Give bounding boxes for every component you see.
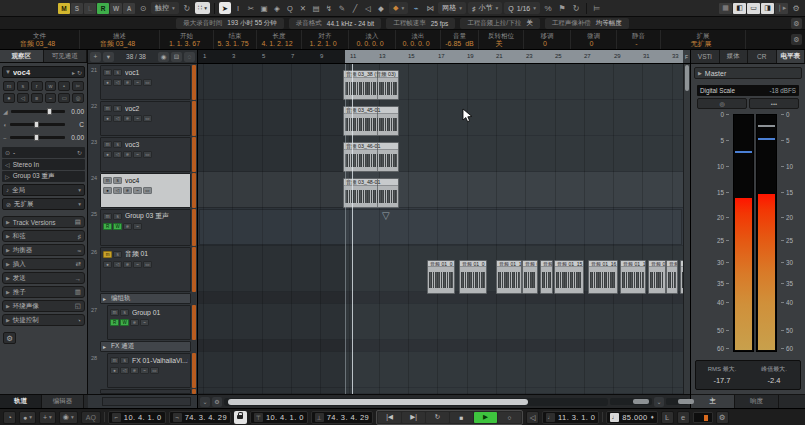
inserts-bypass-button[interactable]: ~ [133,261,142,268]
edit-channel-button[interactable]: e [130,319,139,326]
edit-channel-icon[interactable]: ↻ [77,69,82,76]
output-routing-select[interactable]: ▷ Group 03 重声 [2,171,85,182]
delay-slider[interactable] [10,136,65,139]
ruler-options-button[interactable]: F [683,50,690,63]
right-locator-field[interactable]: ¬ 74. 3. 4. 29 [169,411,231,424]
extension-dropdown[interactable]: ⊘ 无扩展 ▾ [2,198,85,210]
info-line-field[interactable]: 音量 -6.85dB [441,30,479,49]
freeze-button[interactable]: ▭ [143,187,152,194]
punch-mode-dropdown[interactable]: +▾ [39,411,56,424]
mute-button[interactable]: m [103,251,112,258]
section-quick-controls[interactable]: ▶ 快捷控制 ◔ [2,314,85,326]
solo-button[interactable]: s [113,251,122,258]
cycle-button[interactable]: ↻ [426,412,449,423]
track-versions-domain-dropdown[interactable]: ♪ 全局 ▾ [2,184,85,196]
audio-event[interactable]: 音频 01_15 [554,260,584,294]
edit-channel-button[interactable]: e [123,151,132,158]
transport-gear-icon[interactable]: ⚙ [716,411,729,424]
track-scale-gear-icon[interactable]: ⚙ [212,397,222,407]
folder-icon[interactable]: ▸ [103,295,106,302]
automation-mode-dropdown[interactable]: 触控▾ [151,2,179,14]
right-zone-toggle[interactable]: ◨ [761,3,774,14]
record-arm-button[interactable]: ● [103,115,112,122]
divide-track-list-icon[interactable]: ⊟ [171,52,182,62]
record-arm-button[interactable]: ● [103,151,112,158]
tab-loudness[interactable]: 响度 [735,395,779,408]
solo-all-button[interactable]: S [71,3,83,14]
mute-button[interactable]: m [110,309,119,316]
vertical-zoom-slider[interactable] [666,398,688,405]
auto-scroll-button[interactable]: ∷▾ [195,2,210,14]
mute-button[interactable]: m [103,69,112,76]
inspector-read-button[interactable]: r [31,81,43,91]
audio-event[interactable]: 音频 01 [648,260,666,294]
zoom-tool[interactable]: Q [284,2,296,14]
find-track-icon[interactable]: ◌ [184,52,195,62]
track-picture-icon[interactable]: ◉ [158,52,169,62]
record-button[interactable]: ○ [498,412,521,423]
编组轨[interactable]: ▸ m s 编组轨 ● ◁ e ~ ▭ R [88,292,197,304]
Group 01[interactable]: 27 ▸ m s Group 01 ● ◁ e ~ [88,304,197,340]
input-routing-select[interactable]: ◁ Stereo In [2,159,85,170]
freeze-button[interactable]: ▭ [150,367,159,374]
tab-meter[interactable]: 电平表 [777,50,805,63]
tab-tracks[interactable]: 轨道 [0,395,42,408]
edit-channel-button[interactable]: e [123,261,132,268]
info-line-field[interactable]: 淡入 0. 0. 0. 0 [349,30,396,49]
lock-button[interactable]: ▭ [58,93,70,103]
go-to-previous-marker-button[interactable]: |◀ [378,412,401,423]
project-cursor[interactable] [352,64,353,394]
monitor-button[interactable]: ◁ [120,367,129,374]
suspend-automation-button[interactable]: A [123,3,135,14]
inserts-bypass-button[interactable]: ~ [133,223,142,230]
object-select-tool[interactable]: ➤ [219,2,231,14]
meter-more-options-button[interactable]: ••• [749,98,799,109]
inspector-mute-button[interactable]: m [3,81,15,91]
click-button[interactable]: e [677,411,690,424]
record-arm-button[interactable]: ● [103,261,112,268]
snap-type-dropdown[interactable]: 网格▾ [438,2,466,14]
audio-quantize-button[interactable]: AQ [81,411,101,424]
freeze-button[interactable]: ~ [45,93,57,103]
info-line-field[interactable]: 描述 音频 03_48 [80,30,160,49]
midi-input-icon[interactable]: ⊨ [591,2,603,14]
status-bar-gear-icon[interactable]: ⚙ [791,18,802,29]
scrollbar-thumb[interactable] [685,65,689,91]
audio-event[interactable]: 音频 01_16 [588,260,618,294]
record-mode-dropdown[interactable]: ●▾ [19,411,36,424]
tempo-field[interactable]: ♩ 85.000 ♦ [606,411,657,424]
info-line-field[interactable]: 结束 5. 3. 1. 75 [214,30,257,49]
mute-button[interactable]: m [103,213,112,220]
color-tool[interactable]: ◆ [375,2,387,14]
draw-tool[interactable]: ✎ [336,2,348,14]
voc3[interactable]: 23 ▸ m s voc3 ● ◁ e ~ ▭ [88,136,197,172]
track-name-field[interactable]: ▼ voc4 ▸ ↻ [2,66,85,78]
left-locator-field[interactable]: ⌐ 10. 4. 1. 0 [108,411,166,424]
section-sends[interactable]: ▶ 发送 → [2,272,85,284]
monitor-button[interactable]: ◁ [17,93,29,103]
monitor-button[interactable]: ◁ [113,151,122,158]
quantize-dropdown[interactable]: Q1/16▾ [504,2,540,14]
section-track-versions[interactable]: ▶ Track Versions ▤ [2,216,85,228]
sync-button[interactable]: Ŀ [661,411,674,424]
edit-channel-button[interactable]: e [123,223,132,230]
record-arm-button[interactable]: ● [3,93,15,103]
record-arm-button[interactable]: ● [103,187,112,194]
inspector-listen-button[interactable]: ▪ [58,81,70,91]
record-arm-button[interactable]: ● [103,79,112,86]
audio-event[interactable]: 音频 [540,260,553,294]
inserts-bypass-button[interactable]: ~ [140,367,149,374]
tab-visible-channels[interactable]: 可见通道 [44,50,88,62]
monitor-button[interactable]: ◁ [113,79,122,86]
line-tool[interactable]: ╱ [349,2,361,14]
zoom-preset-dropdown[interactable]: ⌄ [654,397,664,407]
lower-zone-toggle[interactable]: ▭ [747,3,760,14]
snap-on-off-icon[interactable]: ⌁ [410,2,422,14]
workspace-button[interactable]: ▦ [719,3,732,14]
write-automation-button[interactable]: W [113,223,122,230]
scrollbar-thumb[interactable] [228,399,528,405]
section-surround-pan[interactable]: ▶ 环绕声像 ◱ [2,300,85,312]
tab-meter-main[interactable]: 主 [691,395,735,408]
meter-peak-hold-button[interactable]: ◎ [697,98,747,109]
audio-event[interactable]: 音频 01_1 [620,260,646,294]
